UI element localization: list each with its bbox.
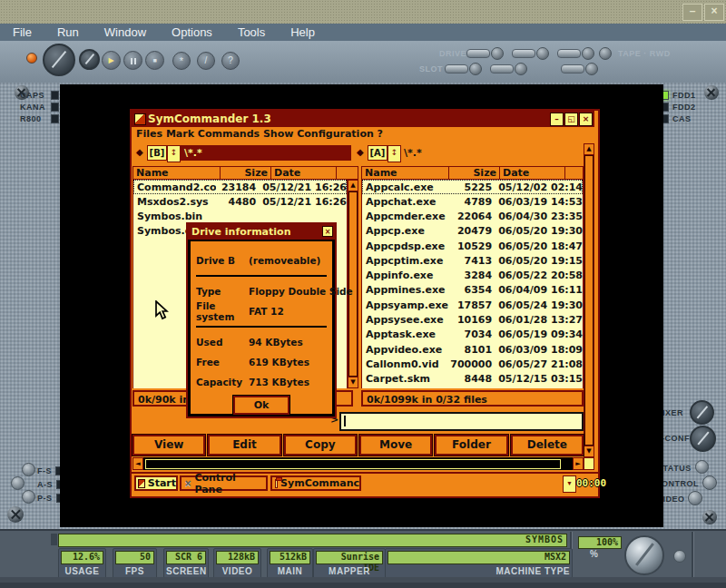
file-row[interactable]: Appcptim.exe741306/05/20 19:15 xyxy=(362,253,583,268)
left-scrollbar-thumb[interactable] xyxy=(348,191,358,377)
scroll-up-icon[interactable]: ▲ xyxy=(584,143,594,155)
right-drive-radio-icon[interactable]: ◆ xyxy=(357,147,364,157)
column-header-size[interactable]: Size xyxy=(221,167,271,179)
move-button[interactable]: Move xyxy=(359,435,432,456)
file-row[interactable]: Command2.com2318405/12/21 16:26 xyxy=(133,180,347,194)
command-input[interactable] xyxy=(339,412,584,431)
start-button[interactable]: Start xyxy=(134,475,178,491)
menu-item-window[interactable]: Window xyxy=(92,24,159,41)
menu-item-file[interactable]: File xyxy=(0,24,44,41)
left-scrollbar[interactable]: ▲ ▼ xyxy=(348,180,358,388)
sym-minimize-button[interactable]: – xyxy=(550,113,564,126)
drive-knob-1[interactable] xyxy=(491,47,504,60)
slot3-button[interactable] xyxy=(561,64,584,74)
drive-eject-button-2[interactable] xyxy=(512,49,535,58)
slot1-knob[interactable] xyxy=(469,63,482,75)
as-button[interactable] xyxy=(11,476,25,490)
left-drive-radio-icon[interactable]: ◆ xyxy=(136,147,143,157)
control-button[interactable] xyxy=(702,475,717,490)
file-row[interactable]: Callonm0.vid70000006/05/27 21:08 xyxy=(362,357,583,371)
file-row[interactable]: Carpet.skm844805/12/15 03:15 xyxy=(362,371,583,386)
file-row[interactable]: Appsysee.exe1016906/01/28 13:27 xyxy=(362,312,583,327)
column-header-blank[interactable] xyxy=(565,167,583,179)
folder-button[interactable]: Folder xyxy=(435,435,507,456)
left-path-field[interactable]: \*.* xyxy=(181,145,351,161)
scroll-down-icon[interactable]: ▼ xyxy=(348,377,358,388)
file-row[interactable]: Appmines.exe635406/04/09 16:11 xyxy=(362,283,583,298)
file-row[interactable]: Appcpdsp.exe1052906/05/20 18:47 xyxy=(362,239,583,253)
scroll-left-icon[interactable]: ◄ xyxy=(132,457,143,470)
slot2-knob[interactable] xyxy=(515,63,527,75)
reset-knob[interactable] xyxy=(79,49,100,70)
delete-button[interactable]: Delete xyxy=(511,435,584,456)
minimize-button[interactable]: – xyxy=(682,4,702,21)
copy-button[interactable]: Copy xyxy=(284,435,357,456)
file-row[interactable]: Appsyamp.exe1785706/05/24 19:30 xyxy=(362,298,583,312)
dialog-titlebar[interactable]: Drive information × xyxy=(188,224,335,240)
dialog-close-button[interactable]: × xyxy=(322,226,333,237)
file-row[interactable]: Appcmder.exe2206406/04/30 23:35 xyxy=(362,210,583,224)
play-button[interactable]: ▶ xyxy=(102,51,121,70)
column-header-name[interactable]: Name xyxy=(362,167,449,179)
tape-knob[interactable] xyxy=(582,47,594,60)
wrench-button[interactable]: / xyxy=(197,52,215,70)
emulator-titlebar[interactable]: – × xyxy=(0,0,726,25)
right-file-list[interactable]: Appcalc.exe522505/12/02 02:14Appchat.exe… xyxy=(361,180,584,388)
file-row[interactable]: Apptask.exe703406/05/19 09:34 xyxy=(362,328,583,342)
file-row[interactable]: Appcp.exe2047906/05/20 19:30 xyxy=(362,224,583,239)
view-button[interactable]: View xyxy=(132,435,205,456)
file-row[interactable]: Appvideo.exe810106/03/09 18:09 xyxy=(362,342,583,357)
stop-button[interactable]: ■ xyxy=(145,51,164,70)
task-button-control-pane[interactable]: ×Control Pane xyxy=(180,475,268,491)
file-row[interactable]: Msxdos2.sys448005/12/21 16:26 xyxy=(133,194,347,209)
right-drive-box[interactable]: [A] xyxy=(368,145,388,161)
scroll-right-icon[interactable]: ► xyxy=(573,457,584,470)
task-button-symcommanc[interactable]: SymCommanc xyxy=(270,475,361,491)
right-scrollbar-thumb[interactable] xyxy=(584,155,594,446)
horizontal-scrollbar-thumb[interactable] xyxy=(145,459,561,469)
left-panel-header[interactable]: NameSizeDate xyxy=(132,166,358,180)
column-header-size[interactable]: Size xyxy=(449,167,500,179)
ps-button[interactable] xyxy=(22,490,35,504)
volume-knob[interactable] xyxy=(624,535,664,575)
tape-rwd-knob[interactable] xyxy=(599,47,612,60)
right-drive-dropdown-button[interactable]: ↕ xyxy=(388,145,401,162)
taskbar-dropdown-button[interactable]: ▼ xyxy=(563,475,576,493)
help-button[interactable]: ? xyxy=(221,52,240,70)
file-row[interactable]: Appcalc.exe522505/12/02 02:14 xyxy=(362,180,583,194)
scroll-down-icon[interactable]: ▼ xyxy=(584,446,594,457)
sym-close-button[interactable]: × xyxy=(579,113,593,126)
sym-restore-button[interactable]: ◱ xyxy=(564,113,578,126)
column-header-name[interactable]: Name xyxy=(133,167,221,179)
slot3-knob[interactable] xyxy=(585,63,598,75)
fs-button[interactable] xyxy=(22,463,35,476)
column-header-date[interactable]: Date xyxy=(500,167,565,179)
pause-button[interactable] xyxy=(123,51,142,70)
file-row[interactable]: Appchat.exe478906/03/19 14:53 xyxy=(362,194,583,209)
horizontal-scrollbar[interactable]: ◄ ► xyxy=(132,457,584,470)
drive-knob-2[interactable] xyxy=(536,47,549,60)
left-drive-dropdown-button[interactable]: ↕ xyxy=(167,145,181,162)
slot2-button[interactable] xyxy=(490,64,514,74)
gear-button[interactable]: * xyxy=(172,52,191,70)
menu-item-run[interactable]: Run xyxy=(44,24,92,41)
status-button[interactable] xyxy=(695,460,709,474)
ok-button[interactable]: Ok xyxy=(233,396,289,415)
right-panel-header[interactable]: NameSizeDate xyxy=(361,166,584,180)
volume-mute-button[interactable] xyxy=(673,550,686,563)
close-button[interactable]: × xyxy=(704,4,724,21)
menu-item-help[interactable]: Help xyxy=(278,24,328,41)
power-knob[interactable] xyxy=(43,44,75,76)
menu-item-tools[interactable]: Tools xyxy=(225,24,278,41)
symcommander-menubar[interactable]: Files Mark Commands Show Configuration ? xyxy=(132,127,599,142)
symcommander-titlebar[interactable]: SymCommander 1.3 – ◱ × xyxy=(132,111,594,127)
edit-button[interactable]: Edit xyxy=(208,435,280,456)
scroll-up-icon[interactable]: ▲ xyxy=(348,180,358,191)
column-header-date[interactable]: Date xyxy=(271,167,337,179)
column-header-blank[interactable] xyxy=(337,167,358,179)
left-drive-box[interactable]: [B] xyxy=(147,145,167,161)
drive-eject-button-1[interactable] xyxy=(466,49,490,58)
mixer-knob[interactable] xyxy=(690,400,714,425)
menu-item-options[interactable]: Options xyxy=(159,24,225,41)
right-scrollbar[interactable]: ▲ ▼ xyxy=(584,143,594,457)
